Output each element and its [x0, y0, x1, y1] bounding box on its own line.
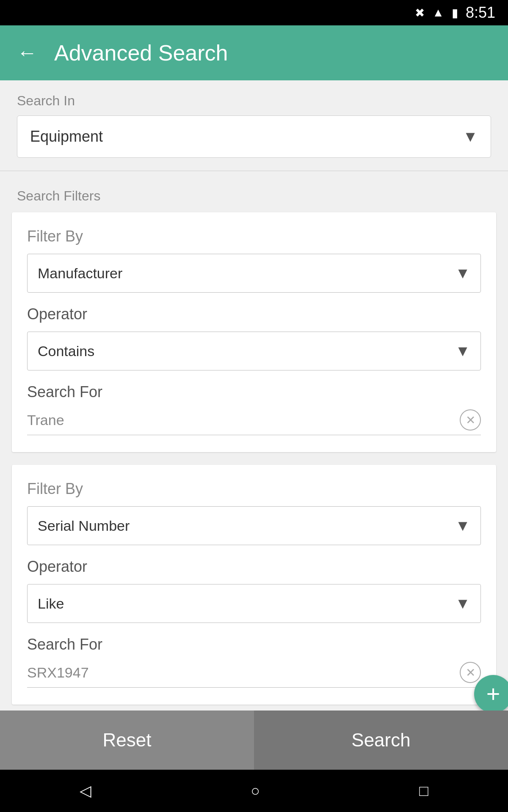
- search-in-value: Equipment: [30, 128, 103, 145]
- filter-card-2: Filter By Serial Number ▼ Operator Like …: [12, 465, 496, 705]
- filter1-clear-button[interactable]: ✕: [460, 409, 481, 431]
- wifi-icon: ▲: [432, 6, 444, 19]
- filter2-search-input[interactable]: [27, 664, 460, 681]
- filter2-search-for-row: ✕: [27, 662, 481, 688]
- filter1-by-dropdown[interactable]: Manufacturer ▼: [27, 254, 481, 293]
- filter1-by-arrow: ▼: [455, 264, 470, 282]
- status-time: 8:51: [466, 4, 495, 22]
- filter-card-2-wrapper: Filter By Serial Number ▼ Operator Like …: [0, 465, 508, 705]
- search-filters-label: Search Filters: [0, 184, 508, 212]
- filter1-operator-arrow: ▼: [455, 342, 470, 360]
- main-content: Search In Equipment ▼ Search Filters Fil…: [0, 80, 508, 710]
- bluetooth-icon: ✖: [415, 6, 425, 20]
- filter-card-1: Filter By Manufacturer ▼ Operator Contai…: [12, 212, 496, 452]
- nav-back-button[interactable]: ◁: [80, 782, 91, 800]
- filter1-by-value: Manufacturer: [38, 265, 122, 282]
- filter2-by-value: Serial Number: [38, 518, 130, 534]
- filter1-search-for-label: Search For: [27, 383, 481, 401]
- search-in-container: Equipment ▼: [0, 115, 508, 170]
- header: ← Advanced Search: [0, 25, 508, 80]
- filter1-operator-label: Operator: [27, 305, 481, 323]
- filter1-by-label: Filter By: [27, 228, 481, 245]
- filter2-operator-value: Like: [38, 595, 64, 612]
- filter2-operator-label: Operator: [27, 558, 481, 576]
- nav-bar: ◁ ○ □: [0, 770, 508, 812]
- reset-button[interactable]: Reset: [0, 710, 254, 770]
- search-in-label: Search In: [0, 80, 508, 115]
- filter1-operator-value: Contains: [38, 343, 94, 359]
- bottom-bar: Reset Search: [0, 710, 508, 770]
- status-bar: ✖ ▲ ▮ 8:51: [0, 0, 508, 25]
- filter2-operator-dropdown[interactable]: Like ▼: [27, 584, 481, 623]
- filter2-by-dropdown[interactable]: Serial Number ▼: [27, 506, 481, 545]
- search-in-dropdown[interactable]: Equipment ▼: [17, 115, 491, 158]
- search-in-dropdown-arrow: ▼: [463, 128, 478, 145]
- filter1-operator-dropdown[interactable]: Contains ▼: [27, 332, 481, 370]
- filter2-by-arrow: ▼: [455, 517, 470, 535]
- battery-icon: ▮: [452, 6, 458, 20]
- divider-1: [0, 170, 508, 171]
- filter1-search-input[interactable]: [27, 412, 460, 428]
- filter2-operator-arrow: ▼: [455, 595, 470, 612]
- filter2-by-label: Filter By: [27, 480, 481, 498]
- search-button[interactable]: Search: [254, 710, 508, 770]
- filter1-search-for-row: ✕: [27, 409, 481, 435]
- add-filter-fab[interactable]: +: [474, 675, 508, 710]
- page-title: Advanced Search: [54, 40, 228, 66]
- filter2-search-for-label: Search For: [27, 636, 481, 653]
- back-button[interactable]: ←: [17, 43, 37, 63]
- nav-recent-button[interactable]: □: [419, 782, 428, 800]
- nav-home-button[interactable]: ○: [251, 782, 260, 800]
- filter2-clear-button[interactable]: ✕: [460, 662, 481, 683]
- filter-card-1-wrapper: Filter By Manufacturer ▼ Operator Contai…: [0, 212, 508, 452]
